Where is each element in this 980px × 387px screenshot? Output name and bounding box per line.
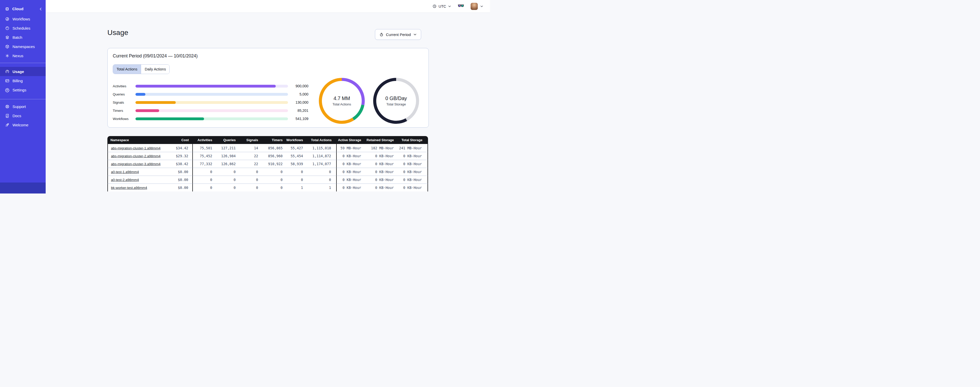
bar-value: 541,109 xyxy=(288,117,309,121)
batch-icon xyxy=(5,35,10,40)
col-header-timers: Timers xyxy=(262,136,286,144)
signals-cell: 14 xyxy=(239,144,262,152)
bar-label: Workflows xyxy=(113,117,135,121)
timers-cell: 856,865 xyxy=(262,144,286,152)
sidebar-item-namespaces[interactable]: Namespaces xyxy=(0,42,46,51)
book-icon xyxy=(5,114,10,118)
temporal-logo-icon xyxy=(5,6,10,11)
bar-value: 130,000 xyxy=(288,100,309,104)
col-header-cost: Cost xyxy=(162,136,193,144)
namespace-link[interactable]: a0-test-1.a98mm4 xyxy=(111,170,139,174)
gear-icon xyxy=(5,88,10,93)
bar-track xyxy=(135,117,288,120)
queries-cell: 126,984 xyxy=(216,152,239,160)
chevron-left-icon xyxy=(39,7,43,11)
donut-label: Total Actions xyxy=(332,102,351,106)
bar-row: Signals 130,000 xyxy=(113,98,309,106)
clock-icon xyxy=(432,4,437,8)
total-storage-cell: 0 KB-Hour xyxy=(397,176,428,184)
sidebar-item-label: Namespaces xyxy=(13,45,35,49)
active-storage-cell: 0 KB-Hour xyxy=(337,152,364,160)
nav-footer: Support Docs Welcome xyxy=(0,102,46,130)
schedules-icon xyxy=(5,26,10,30)
sidebar-item-schedules[interactable]: Schedules xyxy=(0,24,46,33)
namespace-link[interactable]: abs-migration-cluster-2.a98mm4 xyxy=(111,154,161,158)
table-row: abs-migration-cluster-3.a98mm4 $38.42 77… xyxy=(107,160,428,168)
bar-fill xyxy=(135,85,276,88)
retained-storage-cell: 0 KB-Hour xyxy=(364,168,397,176)
donut-label: Total Storage xyxy=(387,102,406,106)
donut-value: 0 GB/Day xyxy=(385,96,407,101)
total-actions-donut: 4.7 MM Total Actions xyxy=(319,78,365,124)
retained-storage-cell: 0 KB-Hour xyxy=(364,152,397,160)
sidebar-item-workflows[interactable]: Workflows xyxy=(0,14,46,24)
chevron-down-icon xyxy=(413,33,417,36)
actions-bar-chart: Activities 900,000 Queries 5,000 Signals… xyxy=(113,82,309,123)
col-header-total-storage: Total Storage xyxy=(397,136,428,144)
table-row: abs-migration-cluster-1.a98mm4 $34.42 75… xyxy=(107,144,428,152)
feedback-glasses-button[interactable] xyxy=(458,4,464,9)
activities-cell: 0 xyxy=(193,168,216,176)
sidebar-item-label: Usage xyxy=(13,69,24,74)
sidebar-item-batch[interactable]: Batch xyxy=(0,33,46,42)
sidebar-item-docs[interactable]: Docs xyxy=(0,111,46,120)
brand-label: Cloud xyxy=(12,6,24,11)
bar-row: Queries 5,000 xyxy=(113,90,309,98)
sidebar-item-label: Workflows xyxy=(13,17,30,21)
sidebar-divider xyxy=(0,63,46,63)
timezone-selector[interactable]: UTC xyxy=(432,4,451,8)
timers-cell: 0 xyxy=(262,168,286,176)
queries-cell: 0 xyxy=(216,184,239,192)
bar-label: Signals xyxy=(113,101,135,104)
sidebar-item-welcome[interactable]: Welcome xyxy=(0,120,46,130)
table-row: a0-test-1.a98mm4 $0.00 0 0 0 0 0 0 0 KB-… xyxy=(107,168,428,176)
sidebar-item-settings[interactable]: Settings xyxy=(0,85,46,94)
tab-daily-actions[interactable]: Daily Actions xyxy=(141,65,169,74)
current-period-card: Current Period (09/01/2024 — 10/01/2024)… xyxy=(107,48,429,128)
namespace-link[interactable]: a0-test-2.a98mm4 xyxy=(111,178,139,182)
cost-cell: $0.00 xyxy=(162,184,193,192)
cost-cell: $34.42 xyxy=(162,144,193,152)
namespace-link[interactable]: bk-worker-test.a98mm4 xyxy=(111,186,147,190)
col-header-signals: Signals xyxy=(239,136,262,144)
tab-total-actions[interactable]: Total Actions xyxy=(113,65,141,74)
bar-row: Workflows 541,109 xyxy=(113,115,309,123)
activities-cell: 77,332 xyxy=(193,160,216,168)
namespace-usage-table: Namespace Cost Activities Queries Signal… xyxy=(107,136,428,192)
sidebar-footer-block xyxy=(0,182,46,194)
table-row: a0-test-2.a98mm4 $0.00 0 0 0 0 0 0 0 KB-… xyxy=(107,176,428,184)
timers-cell: 0 xyxy=(262,176,286,184)
retained-storage-cell: 0 KB-Hour xyxy=(364,160,397,168)
sidebar-item-support[interactable]: Support xyxy=(0,102,46,111)
sidebar-item-usage[interactable]: Usage xyxy=(0,67,46,76)
namespace-link[interactable]: abs-migration-cluster-1.a98mm4 xyxy=(111,146,161,150)
total-actions-cell: 0 xyxy=(307,168,337,176)
col-header-namespace: Namespace xyxy=(107,136,162,144)
timers-cell: 910,922 xyxy=(262,160,286,168)
sidebar-item-label: Welcome xyxy=(13,123,28,127)
period-selector-button[interactable]: Current Period xyxy=(375,29,421,40)
namespace-link[interactable]: abs-migration-cluster-3.a98mm4 xyxy=(111,162,161,166)
main-area: UTC Usage Current Period Current Period … xyxy=(46,0,490,194)
card-title: Current Period (09/01/2024 — 10/01/2024) xyxy=(113,53,198,59)
sidebar-item-billing[interactable]: Billing xyxy=(0,76,46,85)
sidebar-item-nexus[interactable]: Nexus xyxy=(0,51,46,60)
bar-row: Timers 85,201 xyxy=(113,106,309,115)
total-storage-cell: 0 KB-Hour xyxy=(397,160,428,168)
credit-card-icon xyxy=(5,78,10,83)
sidebar-collapse-button[interactable] xyxy=(39,7,43,11)
cost-cell: $0.00 xyxy=(162,168,193,176)
donut-value: 4.7 MM xyxy=(333,96,350,101)
avatar[interactable] xyxy=(471,3,478,10)
col-header-queries: Queries xyxy=(216,136,239,144)
sidebar-item-label: Nexus xyxy=(13,54,24,58)
timers-cell: 0 xyxy=(262,184,286,192)
active-storage-cell: 59 MB-Hour xyxy=(337,144,364,152)
col-header-retained-storage: Retained Storage xyxy=(364,136,397,144)
sidebar-item-label: Batch xyxy=(13,35,22,40)
bar-value: 5,000 xyxy=(288,92,309,96)
total-actions-cell: 0 xyxy=(307,176,337,184)
account-menu[interactable] xyxy=(471,3,484,10)
total-storage-cell: 0 KB-Hour xyxy=(397,168,428,176)
nav-account: Usage Billing Settings xyxy=(0,67,46,94)
